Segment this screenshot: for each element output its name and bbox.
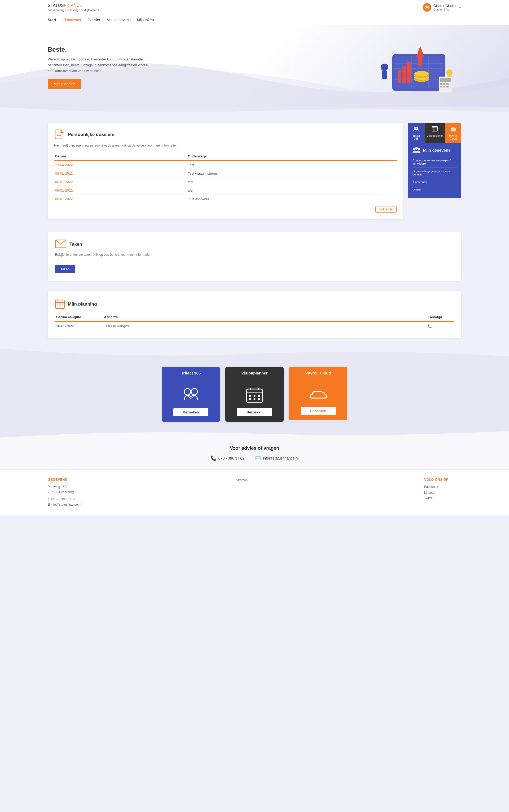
volgende-button[interactable]: Volgende [375,206,397,213]
cell-onderwerp: test [186,178,397,186]
nav-item-mijn-gegevens[interactable]: Mijn gegevens [107,15,130,25]
trifact365-header: Trifact 365 [162,367,220,379]
cell-onderwerp: Test Jaarwerk [186,195,397,203]
svg-rect-57 [57,306,58,307]
table-row[interactable]: 30-01-2022 Test OB Aangifte [55,321,454,330]
mini-card-payroll[interactable]: Payroll Cloud [445,123,461,143]
cell-datum: 06-01-2022 [54,178,186,186]
svg-point-48 [415,147,418,150]
planning-table: Datum aangifte Aangifte Gevolgd 30-01-20… [55,313,454,330]
taken-title: Taken [69,242,82,247]
bottom-cards-section: Trifact 365 Bezoeken Visionplanner [0,359,509,430]
avatar: GG [423,3,431,12]
mini-card-visionplanner[interactable]: Visionplanner [425,123,445,143]
svg-rect-27 [443,83,445,85]
contact-phone: 📞 070 - 386 37 02 [210,455,244,461]
user-badge[interactable]: GG Gladior Gladior Gladior B.V. ▼ [423,3,461,12]
svg-point-69 [254,398,256,400]
cell-datum: 05-01-2022 [54,195,186,203]
mijn-planning-button[interactable]: Mijn planning [48,79,81,89]
svg-rect-19 [418,56,422,66]
wave-svg [0,107,509,115]
svg-rect-17 [407,62,411,83]
svg-point-46 [413,148,415,150]
col-datum-aangifte: Datum aangifte [55,313,103,321]
logo-status-text: STATUS [48,3,64,8]
footer-email: E info@statusfinance.nl [48,502,85,507]
payroll2-illustration [308,387,329,401]
svg-point-43 [436,129,436,130]
footer-sitemap: Sitemap [236,478,273,507]
visionplanner2-bezoeken-button[interactable]: Bezoeken [237,408,272,416]
table-row[interactable]: 06-01-2022 test [54,186,397,195]
user-name: Gladior Gladior [434,4,456,8]
table-row[interactable]: 06-01-2022 Test vraag insturen [54,169,397,178]
footer-linkedin[interactable]: LinkedIn [424,490,461,496]
main-nav: Start Klantcenter Dossier Mijn gegevens … [0,15,509,25]
svg-point-65 [249,395,251,397]
footer-twitter[interactable]: Twitter [424,496,461,501]
svg-rect-15 [398,70,401,83]
svg-rect-26 [440,83,442,85]
col-gevolgd: Gevolgd [427,313,454,321]
wave3-svg [0,430,509,437]
card-header-dossiers: Persoonlijke dossiers [54,129,397,140]
contact-email: ✉️ info@statusfinance.nl [255,455,299,461]
svg-point-36 [416,127,418,129]
header: STATUSFINANCE boekhouding · belasting · … [0,0,509,15]
nav-item-klantcenter[interactable]: Klantcenter [63,15,81,25]
link-contactpersonen[interactable]: Contactpersonen toevoegen / verwijderen [412,156,457,168]
svg-rect-29 [440,86,442,87]
contact-section: Voor advies of vragen 📞 070 - 386 37 02 … [0,437,509,469]
svg-point-42 [435,129,435,130]
planning-card: Mijn planning Datum aangifte Aangifte Ge… [48,291,461,338]
mini-card-trifact[interactable]: Trifact 365 [408,123,425,143]
cell-datum-aangifte: 30-01-2022 [55,321,103,330]
trifact365-bezoeken-button[interactable]: Bezoeken [173,408,209,416]
wave3 [0,430,509,437]
link-klantcenter[interactable]: Klantcenter [412,178,457,186]
nav-item-dossier[interactable]: Dossier [88,15,100,25]
svg-point-70 [258,398,260,400]
cell-onderwerp: Test [186,161,397,169]
trifact-label: Trifact 365 [410,134,422,140]
footer-sitemap-link[interactable]: Sitemap [236,478,273,483]
logo: STATUSFINANCE boekhouding · belasting · … [48,3,99,12]
svg-rect-58 [59,306,61,307]
cell-gevolgd [427,321,454,330]
col-datum: Datum [54,152,186,161]
svg-point-59 [184,389,191,395]
hero-description: Welkom op uw klantportaal. Hieronder kun… [48,57,148,74]
link-organisatiegegevens[interactable]: Organisatiegegevens inzien / beheren [412,168,457,178]
mijn-gegevens-icon [412,147,420,153]
table-row[interactable]: 05-01-2022 Test Jaarwerk [54,195,397,203]
nav-item-start[interactable]: Start [48,15,56,25]
wave2-svg [0,349,509,359]
sidebar: Trifact 365 [408,123,461,198]
footer-phone: T +31 70 386 37 02 [48,497,85,502]
mini-cards: Trifact 365 [408,123,461,143]
cell-datum: 13-04-2022 [54,161,186,169]
table-row[interactable]: 13-04-2022 Test [54,161,397,169]
nav-item-mijn-taken[interactable]: Mijn taken [137,15,154,25]
mijn-gegevens-links: Contactpersonen toevoegen / verwijderen … [412,156,457,193]
payroll-label: Payroll Cloud [447,134,459,140]
document-icon [54,129,65,140]
mijn-gegevens-header: Mijn gegevens [412,147,457,153]
cell-aangifte: Test OB Aangifte [103,321,427,330]
payroll2-bezoeken-button[interactable]: Bezoeken [301,407,336,415]
bottom-card-visionplanner: Visionplanner Bezoeken [225,367,284,422]
col-aangifte: Aangifte [103,313,427,321]
svg-rect-30 [443,86,445,87]
link-offerte[interactable]: Offerte [412,186,457,193]
wave-transition [0,349,509,359]
mail-icon [55,240,66,249]
visionplanner2-header: Visionplanner [225,367,284,379]
gevolgd-checkbox[interactable] [429,324,432,327]
persoonlijke-dossiers-card: Persoonlijke dossiers Hier heeft u inzag… [48,123,403,219]
table-row[interactable]: 06-01-2022 test [54,178,397,186]
hero-svg [371,38,461,97]
taken-button[interactable]: Taken [55,265,75,273]
svg-rect-55 [59,304,61,305]
footer-facebook[interactable]: Facebook [424,484,461,490]
